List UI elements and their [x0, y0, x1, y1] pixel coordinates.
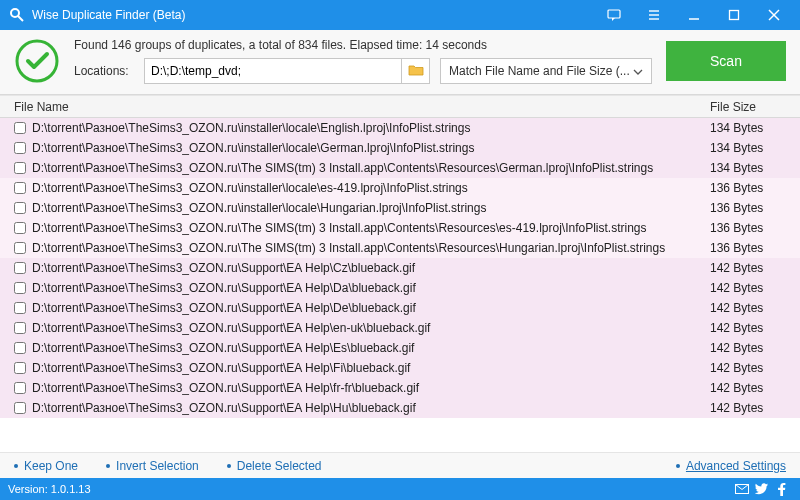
cell-filesize: 136 Bytes [710, 241, 800, 255]
row-checkbox[interactable] [14, 222, 26, 234]
cell-filesize: 142 Bytes [710, 261, 800, 275]
column-header-filesize[interactable]: File Size [710, 100, 800, 114]
delete-selected-link[interactable]: Delete Selected [227, 459, 322, 473]
menu-icon[interactable] [634, 0, 674, 30]
advanced-settings-link[interactable]: Advanced Settings [676, 459, 786, 473]
app-title: Wise Duplicate Finder (Beta) [32, 8, 185, 22]
scan-button[interactable]: Scan [666, 41, 786, 81]
row-checkbox[interactable] [14, 242, 26, 254]
table-row[interactable]: D:\torrent\Разное\TheSims3_OZON.ru\The S… [0, 218, 800, 238]
cell-filesize: 134 Bytes [710, 141, 800, 155]
table-row[interactable]: D:\torrent\Разное\TheSims3_OZON.ru\Suppo… [0, 398, 800, 418]
cell-filename: D:\torrent\Разное\TheSims3_OZON.ru\The S… [32, 161, 710, 175]
cell-filesize: 134 Bytes [710, 161, 800, 175]
match-mode-value: Match File Name and File Size (... [449, 64, 630, 78]
row-checkbox[interactable] [14, 402, 26, 414]
email-icon[interactable] [732, 478, 752, 500]
row-checkbox[interactable] [14, 202, 26, 214]
cell-filesize: 142 Bytes [710, 381, 800, 395]
table-row[interactable]: D:\torrent\Разное\TheSims3_OZON.ru\Suppo… [0, 298, 800, 318]
row-checkbox[interactable] [14, 142, 26, 154]
svg-point-0 [11, 9, 19, 17]
cell-filename: D:\torrent\Разное\TheSims3_OZON.ru\Suppo… [32, 361, 710, 375]
cell-filename: D:\torrent\Разное\TheSims3_OZON.ru\The S… [32, 241, 710, 255]
svg-rect-2 [608, 10, 620, 18]
feedback-icon[interactable] [594, 0, 634, 30]
table-row[interactable]: D:\torrent\Разное\TheSims3_OZON.ru\insta… [0, 138, 800, 158]
cell-filename: D:\torrent\Разное\TheSims3_OZON.ru\Suppo… [32, 401, 710, 415]
title-bar[interactable]: Wise Duplicate Finder (Beta) [0, 0, 800, 30]
cell-filename: D:\torrent\Разное\TheSims3_OZON.ru\Suppo… [32, 281, 710, 295]
cell-filename: D:\torrent\Разное\TheSims3_OZON.ru\insta… [32, 201, 710, 215]
table-header: File Name File Size [0, 96, 800, 118]
locations-label: Locations: [74, 64, 134, 78]
minimize-button[interactable] [674, 0, 714, 30]
table-row[interactable]: D:\torrent\Разное\TheSims3_OZON.ru\Suppo… [0, 258, 800, 278]
keep-one-link[interactable]: Keep One [14, 459, 78, 473]
table-row[interactable]: D:\torrent\Разное\TheSims3_OZON.ru\Suppo… [0, 278, 800, 298]
row-checkbox[interactable] [14, 322, 26, 334]
status-check-icon [14, 38, 60, 84]
match-mode-select[interactable]: Match File Name and File Size (... [440, 58, 652, 84]
row-checkbox[interactable] [14, 282, 26, 294]
cell-filename: D:\torrent\Разное\TheSims3_OZON.ru\Suppo… [32, 381, 710, 395]
facebook-icon[interactable] [772, 478, 792, 500]
row-checkbox[interactable] [14, 122, 26, 134]
invert-selection-link[interactable]: Invert Selection [106, 459, 199, 473]
action-bar: Keep One Invert Selection Delete Selecte… [0, 452, 800, 478]
app-icon [8, 6, 26, 24]
app-window: Wise Duplicate Finder (Beta) Found 146 g… [0, 0, 800, 500]
cell-filename: D:\torrent\Разное\TheSims3_OZON.ru\insta… [32, 181, 710, 195]
table-row[interactable]: D:\torrent\Разное\TheSims3_OZON.ru\insta… [0, 198, 800, 218]
twitter-icon[interactable] [752, 478, 772, 500]
svg-line-1 [18, 16, 23, 21]
cell-filesize: 142 Bytes [710, 281, 800, 295]
cell-filename: D:\torrent\Разное\TheSims3_OZON.ru\Suppo… [32, 321, 710, 335]
maximize-button[interactable] [714, 0, 754, 30]
close-button[interactable] [754, 0, 794, 30]
cell-filesize: 142 Bytes [710, 321, 800, 335]
cell-filename: D:\torrent\Разное\TheSims3_OZON.ru\insta… [32, 121, 710, 135]
header-panel: Found 146 groups of duplicates, a total … [0, 30, 800, 95]
table-row[interactable]: D:\torrent\Разное\TheSims3_OZON.ru\The S… [0, 238, 800, 258]
table-row[interactable]: D:\torrent\Разное\TheSims3_OZON.ru\Suppo… [0, 378, 800, 398]
cell-filesize: 142 Bytes [710, 341, 800, 355]
row-checkbox[interactable] [14, 302, 26, 314]
results-table: File Name File Size D:\torrent\Разное\Th… [0, 95, 800, 452]
svg-point-10 [17, 41, 57, 81]
cell-filename: D:\torrent\Разное\TheSims3_OZON.ru\insta… [32, 141, 710, 155]
row-checkbox[interactable] [14, 162, 26, 174]
row-checkbox[interactable] [14, 342, 26, 354]
cell-filesize: 142 Bytes [710, 361, 800, 375]
table-row[interactable]: D:\torrent\Разное\TheSims3_OZON.ru\insta… [0, 118, 800, 138]
table-row[interactable]: D:\torrent\Разное\TheSims3_OZON.ru\insta… [0, 178, 800, 198]
summary-text: Found 146 groups of duplicates, a total … [74, 38, 652, 52]
cell-filesize: 136 Bytes [710, 181, 800, 195]
svg-rect-7 [730, 11, 739, 20]
row-checkbox[interactable] [14, 362, 26, 374]
folder-icon [408, 63, 424, 80]
chevron-down-icon [633, 64, 643, 78]
cell-filename: D:\torrent\Разное\TheSims3_OZON.ru\Suppo… [32, 301, 710, 315]
cell-filesize: 142 Bytes [710, 401, 800, 415]
row-checkbox[interactable] [14, 182, 26, 194]
cell-filesize: 136 Bytes [710, 221, 800, 235]
table-row[interactable]: D:\torrent\Разное\TheSims3_OZON.ru\Suppo… [0, 358, 800, 378]
row-checkbox[interactable] [14, 262, 26, 274]
version-label: Version: 1.0.1.13 [8, 483, 91, 495]
table-row[interactable]: D:\torrent\Разное\TheSims3_OZON.ru\Suppo… [0, 338, 800, 358]
table-body[interactable]: D:\torrent\Разное\TheSims3_OZON.ru\insta… [0, 118, 800, 452]
cell-filesize: 134 Bytes [710, 121, 800, 135]
cell-filename: D:\torrent\Разное\TheSims3_OZON.ru\Suppo… [32, 261, 710, 275]
table-row[interactable]: D:\torrent\Разное\TheSims3_OZON.ru\The S… [0, 158, 800, 178]
locations-input[interactable] [144, 58, 402, 84]
table-row[interactable]: D:\torrent\Разное\TheSims3_OZON.ru\Suppo… [0, 318, 800, 338]
cell-filename: D:\torrent\Разное\TheSims3_OZON.ru\Suppo… [32, 341, 710, 355]
row-checkbox[interactable] [14, 382, 26, 394]
column-header-filename[interactable]: File Name [14, 100, 710, 114]
status-bar: Version: 1.0.1.13 [0, 478, 800, 500]
cell-filesize: 142 Bytes [710, 301, 800, 315]
cell-filesize: 136 Bytes [710, 201, 800, 215]
browse-folder-button[interactable] [402, 58, 430, 84]
cell-filename: D:\torrent\Разное\TheSims3_OZON.ru\The S… [32, 221, 710, 235]
